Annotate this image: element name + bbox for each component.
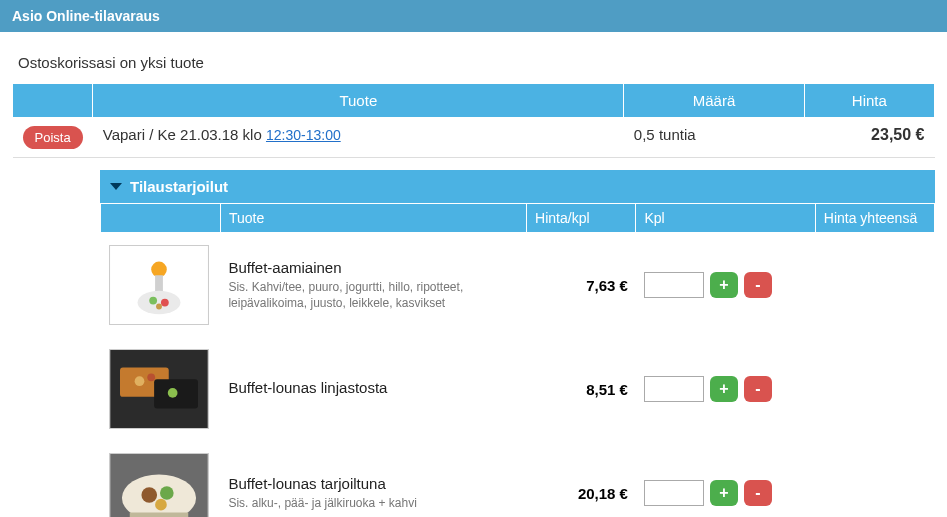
catering-header[interactable]: Tilaustarjoilut — [100, 170, 935, 203]
catering-col-hintakpl: Hinta/kpl — [527, 204, 636, 233]
svg-point-10 — [134, 376, 144, 386]
booking-row: Poista Vapari / Ke 21.03.18 klo 12:30-13… — [13, 118, 935, 158]
booking-time-link[interactable]: 12:30-13:00 — [266, 127, 341, 143]
app-header: Asio Online-tilavaraus — [0, 0, 947, 32]
booking-name: Vapari / Ke 21.03.18 klo — [103, 126, 266, 143]
svg-point-12 — [167, 388, 177, 398]
svg-point-15 — [141, 487, 157, 503]
svg-rect-18 — [129, 513, 188, 518]
catering-item-desc: Sis. alku-, pää- ja jälkiruoka + kahvi — [228, 495, 518, 511]
catering-item-price: 8,51 € — [527, 337, 636, 441]
catering-thumbnail[interactable] — [109, 453, 209, 517]
minus-button[interactable]: - — [744, 480, 772, 506]
catering-item-name: Buffet-aamiainen — [228, 259, 518, 276]
col-tuote: Tuote — [93, 84, 624, 118]
catering-item-total — [815, 441, 934, 517]
catering-col-kpl: Kpl — [636, 204, 815, 233]
catering-item-price: 20,18 € — [527, 441, 636, 517]
catering-col-tuote: Tuote — [220, 204, 526, 233]
svg-point-3 — [137, 291, 180, 314]
svg-point-6 — [156, 304, 162, 310]
minus-button[interactable]: - — [744, 272, 772, 298]
svg-point-5 — [160, 299, 168, 307]
plus-button[interactable]: + — [710, 376, 738, 402]
app-title: Asio Online-tilavaraus — [12, 8, 160, 24]
remove-button[interactable]: Poista — [23, 126, 83, 149]
catering-table: Tuote Hinta/kpl Kpl Hinta yhteensä Buffe… — [100, 203, 935, 517]
catering-col-image — [101, 204, 221, 233]
catering-row: Buffet-lounas linjastosta 8,51 € + - — [101, 337, 935, 441]
catering-thumbnail[interactable] — [109, 245, 209, 325]
col-maara: Määrä — [624, 84, 804, 118]
col-hinta: Hinta — [804, 84, 934, 118]
col-action — [13, 84, 93, 118]
cart-table: Tuote Määrä Hinta Poista Vapari / Ke 21.… — [12, 83, 935, 158]
svg-point-16 — [159, 486, 173, 500]
catering-qty-input[interactable] — [644, 272, 704, 298]
svg-point-1 — [151, 262, 167, 278]
booking-duration: 0,5 tuntia — [624, 118, 804, 158]
catering-title: Tilaustarjoilut — [130, 178, 228, 195]
catering-qty-input[interactable] — [644, 480, 704, 506]
catering-item-name: Buffet-lounas linjastosta — [228, 379, 518, 396]
plus-button[interactable]: + — [710, 480, 738, 506]
svg-point-11 — [147, 373, 155, 381]
catering-col-yht: Hinta yhteensä — [815, 204, 934, 233]
cart-summary: Ostoskorissasi on yksi tuote — [12, 44, 935, 83]
catering-item-name: Buffet-lounas tarjoiltuna — [228, 475, 518, 492]
catering-thumbnail[interactable] — [109, 349, 209, 429]
catering-qty-input[interactable] — [644, 376, 704, 402]
plus-button[interactable]: + — [710, 272, 738, 298]
catering-item-desc: Sis. Kahvi/tee, puuro, jogurtti, hillo, … — [228, 279, 518, 311]
svg-point-4 — [149, 297, 157, 305]
catering-item-total — [815, 337, 934, 441]
minus-button[interactable]: - — [744, 376, 772, 402]
chevron-down-icon — [110, 183, 122, 190]
catering-row: Buffet-aamiainen Sis. Kahvi/tee, puuro, … — [101, 233, 935, 338]
catering-item-price: 7,63 € — [527, 233, 636, 338]
content-area: Ostoskorissasi on yksi tuote Tuote Määrä… — [0, 32, 947, 517]
catering-section: Tilaustarjoilut Tuote Hinta/kpl Kpl Hint… — [12, 158, 935, 517]
catering-item-total — [815, 233, 934, 338]
svg-point-17 — [155, 499, 167, 511]
catering-row: Buffet-lounas tarjoiltuna Sis. alku-, pä… — [101, 441, 935, 517]
booking-price: 23,50 € — [804, 118, 934, 158]
